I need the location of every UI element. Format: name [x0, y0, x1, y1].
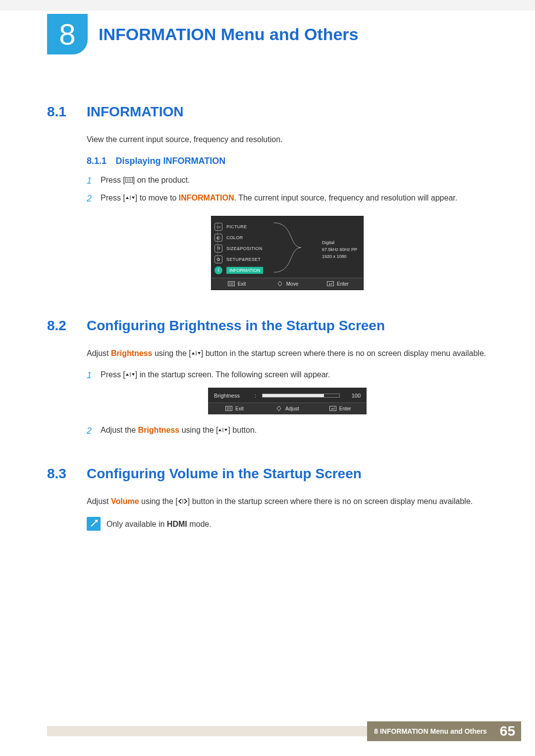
svg-rect-13 — [329, 406, 336, 411]
keyword-brightness: Brightness — [111, 349, 153, 357]
osd-label: SIZE&POSITION — [226, 246, 263, 251]
step-number: 2 — [87, 424, 101, 438]
brightness-osd-figure: Brightness : 100 Exit — [208, 388, 367, 414]
size-icon: ⧉ — [214, 245, 222, 252]
text: Press [ — [101, 176, 125, 184]
chapter-title: INFORMATION Menu and Others — [88, 14, 358, 44]
brightness-bar-fill — [263, 394, 324, 397]
text: ] button in the startup screen where the… — [188, 497, 473, 505]
setup-icon: ✿ — [214, 255, 222, 263]
label: Enter — [337, 281, 349, 287]
step-2: 2 Adjust the Brightness using the [] but… — [87, 424, 488, 438]
keyword-volume: Volume — [111, 497, 139, 505]
step-text: Press [] in the startup screen. The foll… — [101, 369, 488, 383]
text: ] in the startup screen. The following s… — [135, 370, 330, 379]
label: Adjust — [285, 406, 299, 411]
section-intro: Adjust Brightness using the [] button in… — [87, 348, 488, 360]
osd-label: PICTURE — [226, 224, 247, 229]
section-intro: Adjust Volume using the [] button in the… — [87, 496, 488, 508]
section-8-1: 8.1 INFORMATION View the current input s… — [47, 104, 488, 290]
updown-icon — [125, 369, 135, 381]
osd-label: COLOR — [226, 235, 243, 240]
osd-label: SETUP&RESET — [226, 257, 261, 262]
section-number: 8.1 — [47, 104, 87, 120]
footer-accent-bar — [47, 726, 367, 736]
osd-foot-enter: Enter — [314, 403, 367, 414]
osd-foot-exit: Exit — [212, 278, 262, 290]
section-number: 8.3 — [47, 466, 87, 482]
brightness-label: Brightness — [214, 393, 249, 399]
footer-chapter-label: 8 INFORMATION Menu and Others — [367, 727, 494, 735]
osd-foot-move: Move — [262, 278, 313, 290]
text: Press [ — [101, 194, 125, 202]
text: Adjust — [87, 349, 111, 357]
keyword-brightness: Brightness — [138, 426, 180, 434]
chapter-number-badge: 8 — [47, 14, 88, 54]
brightness-value: 100 — [346, 393, 361, 399]
section-8-3: 8.3 Configuring Volume in the Startup Sc… — [47, 466, 488, 531]
footer-page-number: 65 — [494, 723, 521, 739]
text: ] button. — [228, 426, 257, 434]
text: Only available in — [107, 520, 167, 528]
updown-icon — [218, 424, 228, 437]
section-8-2: 8.2 Configuring Brightness in the Startu… — [47, 318, 488, 438]
section-title: Configuring Brightness in the Startup Sc… — [87, 318, 385, 334]
step-1: 1 Press [] in the startup screen. The fo… — [87, 369, 488, 383]
menu-icon — [125, 174, 133, 187]
step-text: Press [] on the product. — [101, 174, 488, 188]
page-footer: 8 INFORMATION Menu and Others 65 — [47, 721, 521, 741]
osd-info-block: Digital 67.5kHz 60Hz PP 1920 x 1080 — [322, 239, 357, 260]
osd-menu-figure: ▭ PICTURE ◐ COLOR ⧉ SIZE&POSITION — [211, 216, 364, 290]
step-number: 2 — [87, 192, 101, 206]
subsection-number: 8.1.1 — [87, 156, 107, 166]
keyword-information: INFORMATION — [179, 194, 234, 202]
enter-icon — [329, 406, 336, 411]
updown-diamond-icon — [275, 406, 282, 411]
section-number: 8.2 — [47, 318, 87, 334]
step-number: 1 — [87, 174, 101, 188]
info-line: Digital — [322, 239, 357, 246]
keyword-hdmi: HDMI — [167, 520, 187, 528]
osd-bracket-curve — [274, 220, 304, 275]
updown-icon — [191, 348, 201, 360]
osd-selected-label: INFORMATION — [226, 267, 263, 274]
text: Press [ — [101, 370, 125, 379]
leftright-icon — [178, 496, 188, 508]
color-icon: ◐ — [214, 234, 222, 242]
text: Adjust the — [101, 426, 138, 434]
info-line: 1920 x 1080 — [322, 253, 357, 260]
text: ] to move to — [135, 194, 179, 202]
chapter-header: 8 INFORMATION Menu and Others — [0, 11, 535, 54]
text: mode. — [187, 520, 212, 528]
text: using the [ — [139, 497, 178, 505]
label: Exit — [238, 281, 246, 287]
menu-icon — [228, 281, 235, 286]
top-accent-bar — [0, 0, 535, 11]
subsection-title: Displaying INFORMATION — [116, 156, 226, 166]
text: using the [ — [153, 349, 191, 357]
brightness-bar — [262, 394, 340, 398]
section-title: Configuring Volume in the Startup Screen — [87, 466, 362, 482]
text: ] button in the startup screen where the… — [201, 349, 486, 357]
osd-foot-enter: Enter — [313, 278, 363, 290]
text: Adjust — [87, 497, 111, 505]
text: . The current input source, frequency an… — [234, 194, 458, 202]
step-text: Press [] to move to INFORMATION. The cur… — [101, 192, 488, 206]
info-line: 67.5kHz 60Hz PP — [322, 246, 357, 253]
section-intro: View the current input source, frequency… — [87, 134, 488, 146]
picture-icon: ▭ — [214, 223, 222, 231]
subsection-heading: 8.1.1 Displaying INFORMATION — [87, 156, 488, 166]
label: Enter — [339, 406, 351, 411]
text: ] on the product. — [133, 176, 190, 184]
note-row: Only available in HDMI mode. — [87, 517, 488, 531]
label: Move — [286, 281, 298, 287]
osd-footer: Exit Adjust Enter — [208, 403, 367, 414]
step-1: 1 Press [] on the product. — [87, 174, 488, 188]
info-icon: i — [214, 266, 222, 274]
note-text: Only available in HDMI mode. — [107, 517, 212, 531]
step-2: 2 Press [] to move to INFORMATION. The c… — [87, 192, 488, 206]
colon: : — [255, 393, 256, 399]
osd-footer: Exit Move Enter — [212, 278, 363, 290]
section-title: INFORMATION — [87, 104, 183, 120]
step-text: Adjust the Brightness using the [] butto… — [101, 424, 488, 438]
